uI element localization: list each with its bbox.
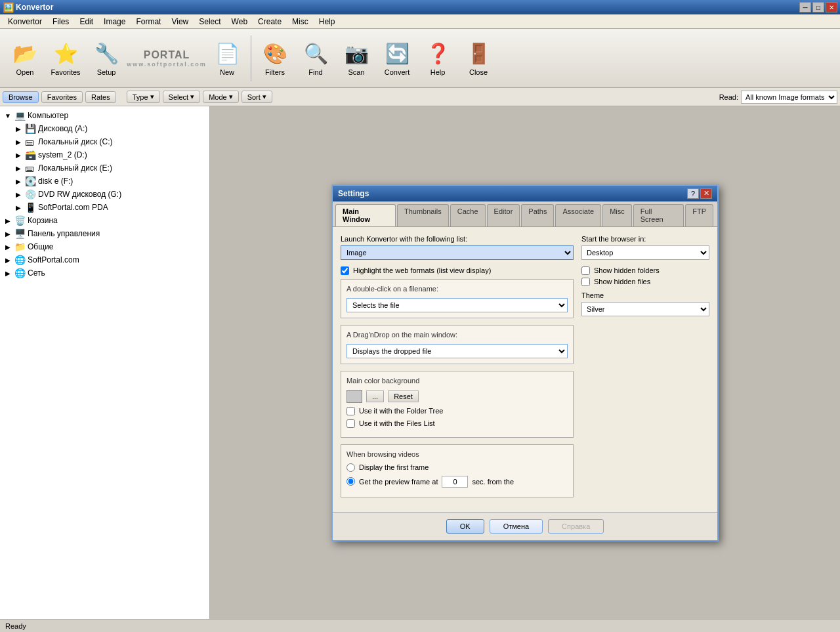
tree-item-drive-d[interactable]: ▶ 🗃️ system_2 (D:) (0, 148, 209, 161)
menu-item-select[interactable]: Select (194, 16, 226, 28)
toolbar-help-button[interactable]: ❓Help (418, 33, 457, 84)
toolbar: 📂Open⭐Favorites🔧SetupPORTALwww.softporta… (0, 29, 840, 88)
type-dropdown[interactable]: Type ▾ (127, 91, 160, 103)
video-radio1[interactable] (346, 463, 355, 472)
show-hidden-files-checkbox[interactable] (581, 278, 590, 286)
color-reset-button[interactable]: Reset (388, 390, 419, 402)
toolbar-favorites-button[interactable]: ⭐Favorites (46, 33, 85, 84)
tree-toggle-g[interactable]: ▶ (13, 189, 24, 200)
tree-item-computer[interactable]: ▼ 💻 Компьютер (0, 109, 209, 122)
scan-label: Scan (348, 68, 364, 76)
menu-item-image[interactable]: Image (98, 16, 131, 28)
drive-e-icon: 🖴 (25, 163, 35, 173)
toolbar-open-button[interactable]: 📂Open (5, 33, 45, 84)
tab-thumbnails[interactable]: Thumbnails (397, 204, 449, 226)
tree-toggle-recycle[interactable]: ▶ (3, 215, 13, 226)
menu-item-web[interactable]: Web (226, 16, 253, 28)
tree-toggle-shared[interactable]: ▶ (3, 242, 13, 252)
minimize-button[interactable]: ─ (799, 2, 811, 12)
new-icon: 📄 (214, 41, 240, 67)
mode-dropdown[interactable]: Mode ▾ (203, 91, 239, 103)
tree-item-drive-a[interactable]: ▶ 💾 Дисковод (A:) (0, 122, 209, 135)
toolbar-scan-button[interactable]: 📷Scan (337, 33, 376, 84)
ok-button[interactable]: OK (446, 519, 484, 534)
tab-fullscreen[interactable]: Full Screen (633, 204, 684, 226)
use-files-list-checkbox[interactable] (346, 419, 355, 428)
tree-toggle-sp[interactable]: ▶ (3, 255, 13, 265)
start-browser-label: Start the browser in: (581, 235, 709, 243)
color-swatch[interactable] (346, 390, 362, 403)
tree-item-drive-c[interactable]: ▶ 🖴 Локальный диск (C:) (0, 135, 209, 148)
tab-editor[interactable]: Editor (487, 204, 520, 226)
show-hidden-folders-checkbox[interactable] (581, 266, 590, 275)
menu-item-files[interactable]: Files (47, 16, 74, 28)
help-button[interactable]: Справка (548, 519, 604, 534)
color-dots-button[interactable]: ... (366, 390, 384, 402)
close-button[interactable]: ✕ (826, 2, 837, 12)
tab-main-window[interactable]: Main Window (335, 204, 396, 226)
tree-toggle-d[interactable]: ▶ (13, 150, 24, 160)
maximize-button[interactable]: □ (812, 2, 824, 12)
tree-toggle-a[interactable]: ▶ (13, 123, 24, 134)
use-folder-tree-checkbox[interactable] (346, 407, 355, 415)
tree-item-softportal[interactable]: ▶ 🌐 SoftPortal.com (0, 253, 209, 266)
rates-label: Rates (91, 93, 110, 101)
tab-associate[interactable]: Associate (555, 204, 601, 226)
favorites-button[interactable]: Favorites (41, 91, 83, 103)
menu-item-edit[interactable]: Edit (74, 16, 98, 28)
tab-ftp[interactable]: FTP (685, 204, 713, 226)
tab-paths[interactable]: Paths (521, 204, 554, 226)
toolbar-setup-button[interactable]: 🔧Setup (87, 33, 126, 84)
favorites-label: Favorites (51, 68, 80, 76)
menu-item-format[interactable]: Format (131, 16, 166, 28)
tree-item-shared[interactable]: ▶ 📁 Общие (0, 240, 209, 253)
tree-toggle-e[interactable]: ▶ (13, 163, 24, 173)
read-format-select[interactable]: All known Image formats (741, 91, 837, 104)
use-files-list-label: Use it with the Files List (359, 419, 435, 427)
tree-toggle-c[interactable]: ▶ (13, 137, 24, 147)
select-dropdown[interactable]: Select ▾ (163, 91, 201, 103)
menu-item-konvertor[interactable]: Konvertor (3, 16, 47, 28)
preview-frame-input[interactable] (442, 476, 468, 488)
tree-item-control-panel[interactable]: ▶ 🖥️ Панель управления (0, 227, 209, 240)
toolbar-filters-button[interactable]: 🎨Filters (255, 33, 295, 84)
start-browser-select[interactable]: Desktop Last visited folder (581, 245, 709, 260)
tree-toggle-net[interactable]: ▶ (3, 268, 13, 278)
tree-item-softportal-pda[interactable]: ▶ 📱 SoftPortal.com PDA (0, 201, 209, 214)
menu-item-help[interactable]: Help (314, 16, 341, 28)
browse-button[interactable]: Browse (3, 91, 39, 103)
toolbar-close-button[interactable]: 🚪Close (459, 33, 498, 84)
cancel-button[interactable]: Отмена (490, 519, 543, 534)
tree-toggle-cp[interactable]: ▶ (3, 228, 13, 239)
toolbar-convert-button[interactable]: 🔄Convert (377, 33, 417, 84)
toolbar-new-button[interactable]: 📄New (207, 33, 247, 84)
tree-toggle-pda[interactable]: ▶ (13, 202, 24, 213)
tab-cache[interactable]: Cache (450, 204, 486, 226)
dialog-close-button[interactable]: ✕ (700, 188, 712, 199)
help-icon: ❓ (425, 41, 451, 67)
find-label: Find (308, 68, 322, 76)
tree-item-drive-e[interactable]: ▶ 🖴 Локальный диск (E:) (0, 161, 209, 175)
favorites-icon: ⭐ (52, 41, 79, 67)
tree-item-drive-f[interactable]: ▶ 💽 disk e (F:) (0, 175, 209, 188)
launch-list-select[interactable]: Image (341, 245, 574, 260)
dialog-help-button[interactable]: ? (687, 188, 699, 199)
tab-misc[interactable]: Misc (602, 204, 632, 226)
menu-item-misc[interactable]: Misc (287, 16, 314, 28)
tree-toggle-computer[interactable]: ▼ (3, 110, 13, 121)
theme-select[interactable]: Silver Classic Blue (581, 302, 709, 316)
filters-label: Filters (265, 68, 285, 76)
rates-button[interactable]: Rates (85, 91, 116, 103)
menu-item-view[interactable]: View (166, 16, 194, 28)
tree-item-drive-g[interactable]: ▶ 💿 DVD RW дисковод (G:) (0, 188, 209, 201)
tree-item-recycle[interactable]: ▶ 🗑️ Корзина (0, 214, 209, 227)
tree-item-network[interactable]: ▶ 🌐 Сеть (0, 266, 209, 280)
video-radio2[interactable] (346, 477, 355, 486)
toolbar-find-button[interactable]: 🔍Find (296, 33, 335, 84)
sort-dropdown[interactable]: Sort ▾ (242, 91, 272, 103)
doubleclick-select[interactable]: Selects the file Opens the file (346, 298, 568, 312)
tree-toggle-f[interactable]: ▶ (13, 176, 24, 186)
dragdrop-select[interactable]: Displays the dropped file Copies the dro… (346, 344, 568, 358)
highlight-checkbox[interactable] (341, 266, 349, 275)
menu-item-create[interactable]: Create (253, 16, 287, 28)
